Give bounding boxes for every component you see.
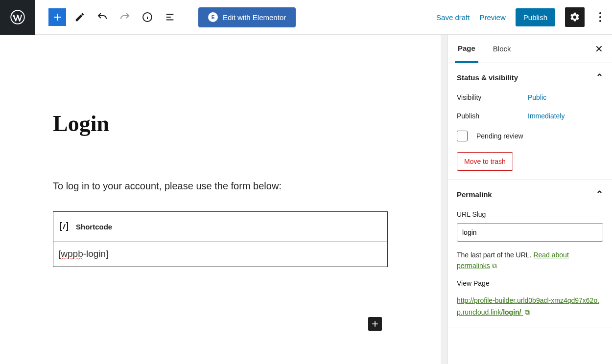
toolbar-left: E Edit with Elementor: [35, 7, 296, 27]
undo-icon[interactable]: [94, 8, 111, 26]
toolbar-right: Save draft Preview Publish: [436, 7, 612, 27]
visibility-value[interactable]: Public: [528, 93, 546, 101]
external-link-icon: ⧉: [492, 260, 497, 271]
preview-button[interactable]: Preview: [479, 13, 505, 22]
page-intro-text[interactable]: To log in to your account, please use th…: [53, 181, 388, 192]
view-page-label: View Page: [457, 279, 603, 287]
shortcode-block-header: Shortcode: [53, 212, 387, 242]
slug-help-text: The last part of the URL. Read about per…: [457, 250, 603, 272]
external-link-icon: ⧉: [525, 307, 530, 318]
publish-label: Publish: [457, 112, 528, 120]
tab-block[interactable]: Block: [490, 35, 514, 63]
svg-point-2: [599, 12, 601, 14]
permalink-panel-toggle[interactable]: Permalink ⌃: [457, 189, 603, 200]
save-draft-button[interactable]: Save draft: [436, 13, 470, 22]
main-area: Login To log in to your account, please …: [0, 35, 612, 364]
editor-canvas[interactable]: Login To log in to your account, please …: [0, 35, 441, 364]
publish-value[interactable]: Immediately: [528, 112, 565, 120]
edit-elementor-button[interactable]: E Edit with Elementor: [198, 7, 296, 27]
editor-scrollbar[interactable]: [441, 35, 447, 364]
shortcode-block[interactable]: Shortcode [wppb-login]: [53, 211, 388, 267]
status-visibility-panel: Status & visibility ⌃ Visibility Public …: [448, 63, 612, 180]
wordpress-logo[interactable]: [0, 0, 35, 35]
elementor-icon: E: [208, 12, 218, 22]
outline-icon[interactable]: [161, 8, 179, 26]
tab-page[interactable]: Page: [455, 35, 478, 63]
status-panel-toggle[interactable]: Status & visibility ⌃: [457, 72, 603, 83]
visibility-label: Visibility: [457, 93, 528, 101]
move-to-trash-button[interactable]: Move to trash: [457, 152, 513, 171]
more-options-button[interactable]: [594, 8, 606, 26]
publish-button[interactable]: Publish: [516, 8, 555, 26]
permalink-panel: Permalink ⌃ URL Slug The last part of th…: [448, 180, 612, 327]
pending-review-checkbox[interactable]: [457, 131, 468, 141]
pending-review-label: Pending review: [476, 132, 523, 140]
close-sidebar-button[interactable]: ✕: [595, 43, 603, 55]
url-slug-label: URL Slug: [457, 210, 603, 218]
sidebar-tabs: Page Block ✕: [448, 35, 612, 63]
svg-point-4: [599, 20, 601, 22]
add-block-button[interactable]: [48, 8, 66, 26]
redo-icon[interactable]: [116, 8, 134, 26]
chevron-up-icon: ⌃: [596, 189, 603, 200]
edit-icon[interactable]: [71, 8, 89, 26]
add-block-inline-button[interactable]: [368, 317, 382, 331]
elementor-label: Edit with Elementor: [223, 13, 286, 22]
page-title[interactable]: Login: [53, 111, 388, 136]
shortcode-icon: [58, 221, 70, 232]
shortcode-block-label: Shortcode: [76, 223, 112, 231]
top-toolbar: E Edit with Elementor Save draft Preview…: [0, 0, 612, 35]
info-icon[interactable]: [139, 8, 156, 26]
settings-sidebar: Page Block ✕ Status & visibility ⌃ Visib…: [447, 35, 612, 364]
url-slug-input[interactable]: [457, 223, 603, 242]
settings-button[interactable]: [565, 7, 585, 27]
svg-point-3: [599, 16, 601, 18]
permalink-url[interactable]: http://profile-builder.urld0b9acl-xmz4qd…: [457, 296, 599, 316]
shortcode-input[interactable]: [wppb-login]: [53, 242, 387, 267]
chevron-up-icon: ⌃: [596, 72, 603, 83]
